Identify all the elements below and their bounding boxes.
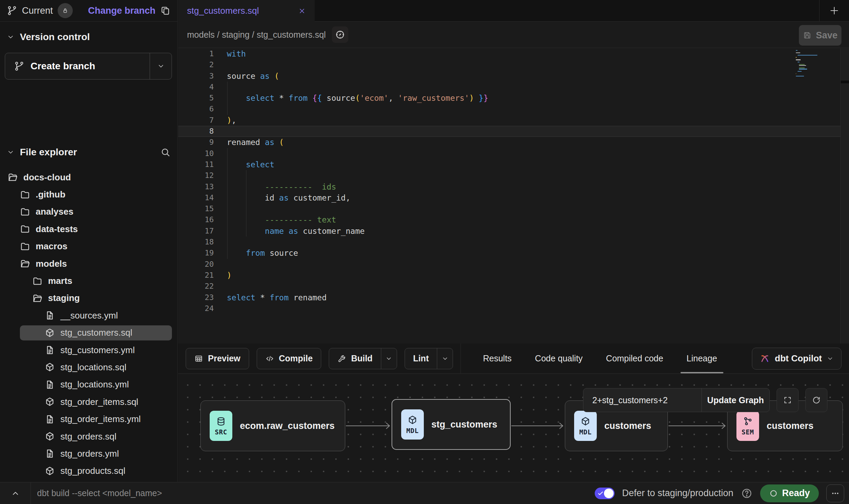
help-icon[interactable] bbox=[741, 488, 753, 499]
refresh-button[interactable] bbox=[805, 388, 827, 412]
chevron-up-icon bbox=[11, 489, 20, 498]
lineage-selector-input[interactable]: 2+stg_customers+2 bbox=[583, 388, 701, 412]
branch-readonly-badge bbox=[58, 3, 73, 18]
new-tab-button[interactable] bbox=[819, 0, 849, 21]
code-line-12 bbox=[178, 170, 834, 181]
build-button-main[interactable]: Build bbox=[329, 348, 381, 369]
create-branch-dropdown[interactable] bbox=[150, 53, 172, 79]
lineage-node-ecom-raw_customers[interactable]: SRCecom.raw_customers bbox=[200, 400, 345, 451]
lineage-panel[interactable]: SRCecom.raw_customersMDLstg_customersMDL… bbox=[178, 374, 849, 482]
breadcrumb: models / staging / stg_customers.sql bbox=[187, 30, 326, 40]
lineage-node-stg_customers[interactable]: MDLstg_customers bbox=[392, 399, 511, 450]
compile-button-main[interactable]: Compile bbox=[257, 348, 321, 369]
git-branch-icon bbox=[14, 61, 24, 71]
file-tree-item-docs-cloud[interactable]: docs-cloud bbox=[0, 169, 177, 186]
code-editor[interactable]: 123456789101112131415161718192021222324 … bbox=[178, 48, 849, 344]
tab-compiled-code[interactable]: Compiled code bbox=[594, 344, 675, 373]
check-icon bbox=[597, 490, 604, 497]
file-tree-label: __sources.yml bbox=[60, 310, 118, 321]
close-icon[interactable] bbox=[298, 7, 306, 15]
file-tree-item-stg_order_items.yml[interactable]: stg_order_items.yml bbox=[0, 410, 177, 428]
tab-code-quality[interactable]: Code quality bbox=[523, 344, 594, 373]
build-button[interactable]: Build bbox=[329, 348, 397, 369]
node-badge-label: SRC bbox=[215, 428, 227, 436]
dbt-cloud-ide: Current Change branch Version control Cr… bbox=[0, 0, 849, 504]
code-line-6 bbox=[178, 104, 834, 115]
file-tree-item-analyses[interactable]: analyses bbox=[0, 203, 177, 220]
action-label: Lint bbox=[413, 353, 429, 363]
file-tree-item-stg_orders.sql[interactable]: stg_orders.sql bbox=[0, 428, 177, 445]
version-control-title: Version control bbox=[20, 32, 90, 43]
update-graph-button[interactable]: Update Graph bbox=[701, 388, 769, 412]
preview-button-main[interactable]: Preview bbox=[186, 348, 249, 369]
chevron-down-icon bbox=[7, 33, 14, 41]
plus-icon bbox=[828, 5, 840, 16]
file-model-icon bbox=[45, 431, 55, 442]
file-tree-label: stg_customers.yml bbox=[60, 345, 135, 356]
build-dropdown[interactable] bbox=[381, 348, 397, 369]
minimap[interactable] bbox=[796, 50, 837, 78]
file-explorer-header[interactable]: File explorer bbox=[7, 147, 171, 158]
defer-toggle[interactable] bbox=[595, 488, 615, 499]
breadcrumb-bar: models / staging / stg_customers.sql Sav… bbox=[178, 22, 849, 48]
lineage-edge-2 bbox=[511, 421, 564, 430]
more-options-button[interactable] bbox=[826, 484, 844, 502]
dbt-copilot-button[interactable]: dbt Copilot bbox=[752, 348, 841, 370]
open-lineage-button[interactable] bbox=[332, 26, 348, 43]
file-tree-item-marts[interactable]: marts bbox=[0, 272, 177, 289]
save-button[interactable]: Save bbox=[799, 25, 841, 46]
file-tree-item-__sources.yml[interactable]: __sources.yml bbox=[0, 307, 177, 324]
code-line-9: renamed as ( bbox=[178, 137, 834, 148]
ready-status-button[interactable]: Ready bbox=[760, 484, 819, 502]
tab-stg-customers[interactable]: stg_customers.sql bbox=[178, 0, 315, 22]
file-tree-item-stg_order_items.sql[interactable]: stg_order_items.sql bbox=[0, 393, 177, 410]
file-tree-item-staging[interactable]: staging bbox=[0, 290, 177, 307]
overview-ruler[interactable] bbox=[840, 48, 849, 344]
search-icon[interactable] bbox=[160, 147, 171, 157]
change-branch-link[interactable]: Change branch bbox=[88, 5, 155, 16]
file-tree-item-stg_customers.yml[interactable]: stg_customers.yml bbox=[0, 341, 177, 359]
command-bar-expand[interactable] bbox=[0, 482, 31, 504]
file-tree-item-stg_locations.yml[interactable]: stg_locations.yml bbox=[0, 376, 177, 393]
file-doc-icon bbox=[45, 345, 55, 355]
toggle-knob bbox=[604, 489, 614, 498]
code-line-15 bbox=[178, 203, 834, 214]
compile-button[interactable]: Compile bbox=[257, 348, 322, 369]
tab-results[interactable]: Results bbox=[471, 344, 523, 373]
lint-dropdown[interactable] bbox=[437, 348, 453, 369]
lock-icon bbox=[62, 7, 69, 14]
file-tree-label: stg_customers.sql bbox=[60, 327, 132, 338]
save-icon bbox=[803, 31, 812, 40]
file-tree-item-stg_orders.yml[interactable]: stg_orders.yml bbox=[0, 445, 177, 462]
lineage-edge-1 bbox=[346, 421, 391, 430]
file-tree-item-.github[interactable]: .github bbox=[0, 186, 177, 203]
create-branch-button[interactable]: Create branch bbox=[5, 53, 172, 80]
node-badge-label: MDL bbox=[579, 428, 592, 436]
file-tree-item-stg_products.sql[interactable]: stg_products.sql bbox=[0, 463, 177, 480]
copy-icon[interactable] bbox=[160, 5, 171, 16]
file-tree-label: staging bbox=[48, 293, 80, 303]
code-line-16: ---------- text bbox=[178, 214, 834, 225]
file-tree-item-macros[interactable]: macros bbox=[0, 238, 177, 255]
code-line-13: ---------- ids bbox=[178, 181, 834, 192]
fullscreen-button[interactable] bbox=[777, 388, 799, 412]
file-tree-item-stg_customers.sql[interactable]: stg_customers.sql bbox=[0, 324, 177, 341]
node-badge-mdl: MDL bbox=[574, 411, 597, 441]
code-line-18 bbox=[178, 237, 834, 248]
tab-lineage[interactable]: Lineage bbox=[675, 344, 729, 373]
version-control-header[interactable]: Version control bbox=[7, 32, 171, 43]
git-branch-icon bbox=[7, 5, 17, 16]
database-icon bbox=[216, 416, 226, 427]
node-badge-mdl: MDL bbox=[401, 409, 424, 440]
preview-button[interactable]: Preview bbox=[186, 348, 249, 369]
command-input[interactable]: dbt build --select <model_name> bbox=[37, 488, 162, 498]
file-tree-item-stg_locations.sql[interactable]: stg_locations.sql bbox=[0, 359, 177, 376]
lint-button[interactable]: Lint bbox=[405, 348, 453, 369]
table-icon bbox=[194, 354, 203, 363]
file-tree-item-data-tests[interactable]: data-tests bbox=[0, 220, 177, 238]
folder-icon bbox=[20, 190, 30, 200]
file-doc-icon bbox=[45, 310, 55, 321]
file-model-icon bbox=[45, 466, 55, 476]
lint-button-main[interactable]: Lint bbox=[405, 348, 437, 369]
file-tree-item-models[interactable]: models bbox=[0, 255, 177, 272]
